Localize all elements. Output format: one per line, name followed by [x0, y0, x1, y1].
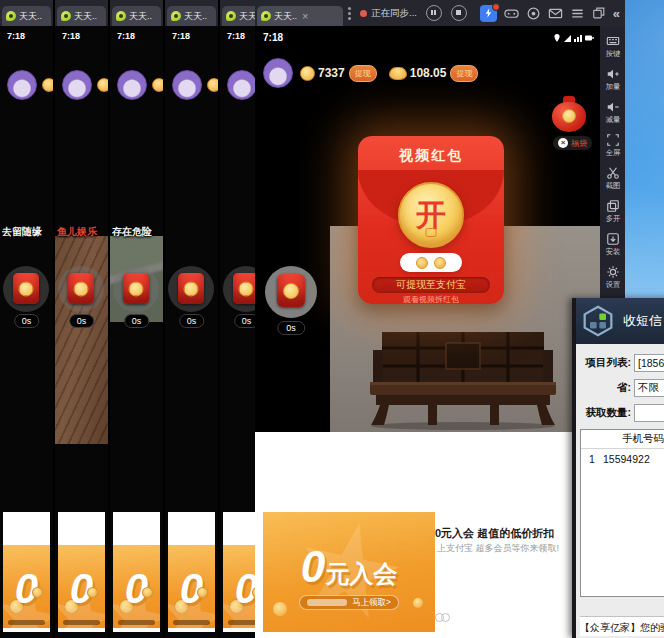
app-pin-icon — [226, 11, 236, 21]
ad-zero-text: 0 — [3, 565, 50, 613]
ad-banner[interactable]: 0 — [3, 512, 50, 632]
ad-banner[interactable]: 0 — [168, 512, 215, 632]
ad-banner-art: 0 — [58, 545, 105, 628]
collapse-sidebar-icon[interactable]: « — [613, 6, 620, 21]
toolbar-volume-down[interactable]: 减量 — [605, 100, 621, 125]
open-redpacket-button[interactable]: 开 — [398, 182, 464, 248]
countdown-timer: 0s — [69, 314, 95, 328]
red-envelope-icon[interactable] — [123, 273, 149, 304]
phone-table: 手机号码 1 15594922 — [580, 429, 664, 597]
toolbar-settings[interactable]: 设置 — [605, 265, 621, 290]
currency-row: 7337 提现 108.05 提现 — [263, 58, 478, 88]
avatar[interactable] — [117, 70, 147, 100]
window-titlebar: 天天.. — [110, 0, 163, 26]
ad-banner[interactable]: 0 — [58, 512, 105, 632]
table-header: 手机号码 — [581, 430, 664, 449]
ad-banner-title: 0元入会 — [263, 542, 435, 592]
lucky-bag-label: 福袋 — [571, 138, 587, 149]
withdraw-to-alipay-button[interactable]: 可提现至支付宝 — [372, 277, 490, 293]
mini-coin-icon — [434, 257, 446, 269]
countdown-timer: 0s — [277, 321, 305, 335]
red-envelope-icon[interactable] — [68, 273, 94, 304]
ad-banner-art: 0 — [3, 545, 50, 628]
lucky-bag-close[interactable]: × 福袋 — [553, 136, 592, 150]
drag-handle-icon[interactable] — [348, 12, 351, 15]
menu-icon[interactable] — [570, 6, 585, 21]
panel-title: 收短信 — [623, 312, 662, 330]
avatar[interactable] — [263, 58, 293, 88]
project-list-select[interactable]: [18568 — [634, 354, 664, 372]
gamepad-icon[interactable] — [504, 6, 519, 21]
province-select[interactable]: 不限 — [634, 379, 664, 397]
red-envelope-icon[interactable] — [13, 273, 39, 304]
sms-receiver-panel: 收短信 项目列表: [18568 省: 不限 获取数量: 1 手机号码 1 15… — [572, 298, 664, 638]
cta-left-segment — [307, 599, 347, 606]
window-titlebar: 天天.. — [165, 0, 218, 26]
close-icon[interactable]: × — [558, 138, 568, 148]
status-clock: 7:18 — [117, 31, 135, 41]
window-tab[interactable]: 天天.. — [2, 6, 51, 26]
restore-window-icon[interactable] — [592, 6, 606, 20]
sms-content-footer: 【众享亿家】您的验证 — [580, 616, 664, 636]
fullscreen-icon — [606, 133, 620, 147]
popup-hint: 观看视频拆红包 — [358, 294, 504, 305]
ad-banner[interactable]: 0 — [113, 512, 160, 632]
window-tab[interactable]: 天天.. — [167, 6, 216, 26]
window-tab[interactable]: 天天.. — [57, 6, 106, 26]
red-envelope-icon[interactable] — [277, 274, 305, 307]
video-caption: 鱼儿娱乐 — [57, 225, 107, 239]
ad-zero-text: 0 — [113, 565, 160, 613]
toolbar-fullscreen[interactable]: 全屏 — [605, 133, 621, 158]
titlebar-icons: « — [480, 5, 620, 22]
pause-sync-button[interactable] — [426, 5, 442, 21]
ad-cta-cropped — [118, 620, 155, 625]
ingot-balance: 108.05 — [410, 66, 447, 80]
status-clock: 7:18 — [263, 32, 283, 43]
status-clock: 7:18 — [7, 31, 25, 41]
ad-rest-text: 元入会 — [325, 560, 397, 587]
tab-label: 天天.. — [19, 10, 42, 23]
toolbar-multi-instance[interactable]: 多开 — [605, 199, 621, 224]
emulator-screen: 7:18 7337 提现 108.05 提现 — [255, 26, 600, 638]
tab-label: 天天.. — [274, 10, 297, 23]
window-tab-active[interactable]: 天天.. × — [257, 6, 343, 26]
table-row[interactable]: 1 15594922 — [581, 449, 664, 468]
withdraw-badge-ingots[interactable]: 提现 — [450, 65, 478, 82]
tab-close-icon[interactable]: × — [302, 11, 308, 22]
avatar[interactable] — [62, 70, 92, 100]
settings-gear-icon — [606, 265, 620, 279]
emulator-instance-main: 天天.. × 正在同步... « 7:18 — [255, 0, 625, 638]
emulator-instance-4: 天天.. 7:18 0s 0 — [165, 0, 218, 638]
coin-pill — [400, 253, 462, 272]
avatar[interactable] — [172, 70, 202, 100]
ad-cta-pill[interactable]: 马上领取> — [299, 595, 399, 610]
row-phone: 15594922 — [603, 453, 664, 465]
project-list-label: 项目列表: — [580, 356, 634, 370]
ad-banner-art: 0 — [168, 545, 215, 628]
red-envelope-icon[interactable] — [178, 273, 204, 304]
app-pin-icon — [6, 11, 16, 21]
record-icon[interactable] — [526, 6, 541, 21]
ad-cta-cropped — [8, 620, 45, 625]
volume-down-icon — [606, 100, 620, 114]
avatar[interactable] — [7, 70, 37, 100]
wooden-daybed-image — [368, 330, 558, 430]
toolbar-keyboard[interactable]: 按键 — [605, 34, 621, 59]
toolbar-install-apk[interactable]: 安装 — [605, 232, 621, 257]
quantity-input[interactable]: 1 — [634, 404, 664, 422]
toolbar-volume-up[interactable]: 加量 — [605, 67, 621, 92]
emulator-instance-1: 天天.. 7:18 去留随缘 0s 0 — [0, 0, 53, 638]
toolbar-screenshot[interactable]: 截图 — [605, 166, 621, 191]
lucky-bag-widget[interactable] — [552, 96, 586, 132]
mail-icon[interactable] — [548, 6, 563, 21]
avatar[interactable] — [227, 70, 257, 100]
withdraw-badge-coins[interactable]: 提现 — [349, 65, 377, 82]
zero-yuan-ad-banner[interactable]: 0元入会 马上领取> — [263, 512, 435, 632]
sync-status-dot — [360, 10, 367, 17]
window-titlebar: 天天.. — [55, 0, 108, 26]
cta-label: 马上领取> — [352, 597, 391, 609]
app-pin-icon — [116, 11, 126, 21]
stop-sync-button[interactable] — [451, 5, 467, 21]
flash-sync-icon[interactable] — [480, 5, 497, 22]
window-tab[interactable]: 天天.. — [112, 6, 161, 26]
